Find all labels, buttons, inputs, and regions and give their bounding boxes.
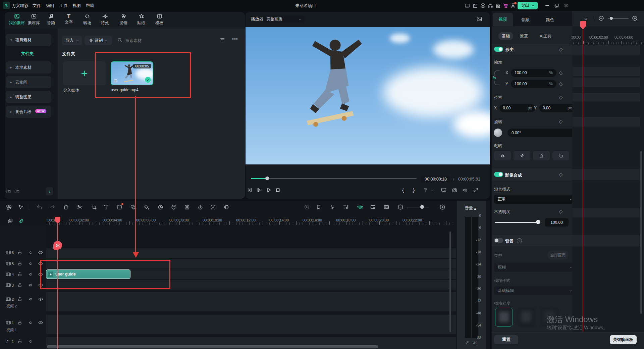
tab-stock[interactable]: 素材库 — [28, 13, 40, 28]
voiceover-mic-icon[interactable] — [330, 204, 335, 210]
marker-chevron-icon[interactable] — [431, 189, 434, 192]
delete-folder-icon[interactable] — [14, 189, 20, 194]
collapse-sidebar-button[interactable]: ‹ — [46, 187, 53, 195]
opacity-slider-handle[interactable] — [536, 220, 540, 224]
mute-icon[interactable] — [28, 339, 34, 344]
split-scissors-icon[interactable] — [77, 204, 83, 210]
fullscreen-icon[interactable] — [473, 187, 478, 193]
rotate-cw-button[interactable] — [533, 151, 550, 160]
tab-audio-props[interactable]: 音频 — [521, 17, 530, 23]
search-input[interactable] — [125, 36, 166, 45]
player-progress-track[interactable] — [251, 178, 417, 179]
timeline-zoom-out-icon[interactable] — [397, 204, 404, 210]
preview-quality-icon[interactable] — [476, 16, 482, 22]
timeline-vscrollbar[interactable] — [449, 232, 451, 332]
help-icon[interactable]: ? — [517, 238, 522, 243]
track-lane-1[interactable] — [46, 315, 456, 334]
subtab-ai-tools[interactable]: AI工具 — [540, 34, 551, 39]
kf-playhead-line[interactable] — [583, 30, 583, 332]
support-headset-icon[interactable] — [488, 3, 493, 8]
tab-templates[interactable]: 模板 — [155, 13, 164, 28]
display-mode-icon[interactable] — [465, 3, 470, 8]
rotate-ccw-button[interactable] — [552, 151, 569, 160]
timeline-zoom-handle[interactable] — [420, 205, 424, 209]
kf-scrollbar[interactable] — [640, 151, 642, 314]
next-frame-icon[interactable] — [257, 187, 262, 193]
keyframe-diamond-icon[interactable]: ◇ — [559, 171, 563, 178]
keyframe-diamond-icon[interactable]: ◇ — [559, 46, 563, 52]
scissor-badge[interactable] — [53, 241, 62, 250]
pos-y-input[interactable]: 0.00 px — [539, 104, 575, 112]
keyframe-panel-button[interactable]: 关键帧面板 — [610, 335, 637, 344]
keyframe-diamond-icon[interactable]: ◇ — [559, 70, 563, 76]
opacity-input[interactable]: 100.00 — [545, 218, 569, 227]
mute-icon[interactable] — [28, 297, 34, 302]
keyframe-diamond-icon[interactable]: ◇ — [559, 81, 563, 87]
close-button[interactable] — [564, 3, 569, 8]
blur-preset-2[interactable] — [518, 308, 535, 327]
menu-file[interactable]: 文件 — [33, 3, 41, 9]
ai-portrait-icon[interactable] — [184, 204, 190, 210]
bg-type-dropdown[interactable]: 模糊 — [494, 263, 576, 272]
blur-style-dropdown[interactable]: 基础模糊 — [494, 286, 576, 295]
subtab-basic[interactable]: 基础 — [498, 32, 513, 40]
marker-icon[interactable] — [423, 188, 428, 193]
mask-tool-icon[interactable] — [117, 204, 122, 210]
playhead-flag[interactable] — [55, 217, 60, 221]
hide-icon[interactable] — [38, 250, 43, 255]
zoom-fit-icon[interactable] — [383, 204, 389, 210]
volume-icon[interactable] — [462, 187, 468, 193]
sidebar-item-local-media[interactable]: ▸ 本地素材 — [6, 61, 51, 73]
mute-icon[interactable] — [28, 320, 34, 325]
hide-icon[interactable] — [38, 297, 43, 302]
tab-effects[interactable]: 特效 — [101, 13, 109, 28]
opacity-slider-track[interactable] — [495, 222, 539, 223]
redo-icon[interactable] — [49, 204, 55, 210]
stop-icon[interactable] — [275, 187, 281, 193]
transform-toggle[interactable] — [494, 47, 503, 52]
tab-text[interactable]: T 文字 — [64, 13, 73, 28]
undo-icon[interactable] — [37, 204, 42, 210]
track-manager-icon[interactable] — [6, 204, 12, 210]
keyframe-diamond-icon[interactable]: ◇ — [559, 94, 563, 100]
store-cart-icon[interactable] — [503, 3, 508, 8]
sidebar-item-cloud[interactable]: ▸ 云空间 — [6, 76, 51, 88]
timeline-zoom-slider[interactable] — [407, 207, 429, 207]
mute-icon[interactable] — [28, 283, 34, 288]
crop-icon[interactable] — [91, 204, 97, 210]
lock-icon[interactable] — [17, 261, 22, 266]
scale-lock-icon[interactable] — [492, 75, 496, 80]
sidebar-item-compound-clip[interactable]: ▸ 复合片段 NEW — [6, 106, 51, 118]
menu-view[interactable]: 视图 — [72, 3, 81, 9]
mute-icon[interactable] — [28, 250, 34, 255]
play-icon[interactable] — [266, 187, 272, 193]
motion-track-icon[interactable] — [210, 204, 216, 210]
hide-icon[interactable] — [38, 320, 43, 325]
cloud-upload-icon[interactable] — [480, 3, 486, 8]
link-icon[interactable] — [18, 218, 24, 224]
meter-title[interactable]: 音量 ▲ — [465, 205, 476, 211]
kf-zoom-handle[interactable] — [610, 17, 613, 20]
mark-out-icon[interactable]: } — [413, 187, 415, 193]
mark-in-icon[interactable]: { — [402, 187, 404, 193]
kf-playhead-flag[interactable] — [580, 21, 586, 27]
video-preview[interactable] — [246, 27, 490, 164]
sidebar-item-project-media[interactable]: ▾ 项目素材 — [6, 34, 51, 46]
keyframe-diamond-icon[interactable]: ◇ — [559, 118, 563, 124]
duplicate-icon[interactable] — [7, 218, 13, 224]
lock-icon[interactable] — [17, 320, 22, 325]
second-screen-icon[interactable] — [441, 187, 447, 193]
tab-my-media[interactable]: 我的素材 — [8, 13, 25, 28]
minimize-button[interactable] — [545, 3, 550, 8]
flip-vertical-button[interactable] — [514, 151, 530, 160]
snapshot-camera-icon[interactable] — [452, 187, 458, 193]
background-toggle[interactable] — [494, 238, 503, 243]
lock-icon[interactable] — [17, 283, 22, 288]
scale-y-input[interactable]: 100.00 % — [511, 80, 556, 88]
quality-dropdown[interactable]: 完整画质 — [263, 15, 305, 23]
subtab-mask[interactable]: 遮罩 — [520, 34, 528, 39]
filter-icon[interactable] — [220, 37, 225, 43]
proxy-icon[interactable] — [370, 204, 376, 210]
menu-edit[interactable]: 编辑 — [46, 3, 54, 9]
tab-audio[interactable]: 音频 — [47, 13, 55, 28]
